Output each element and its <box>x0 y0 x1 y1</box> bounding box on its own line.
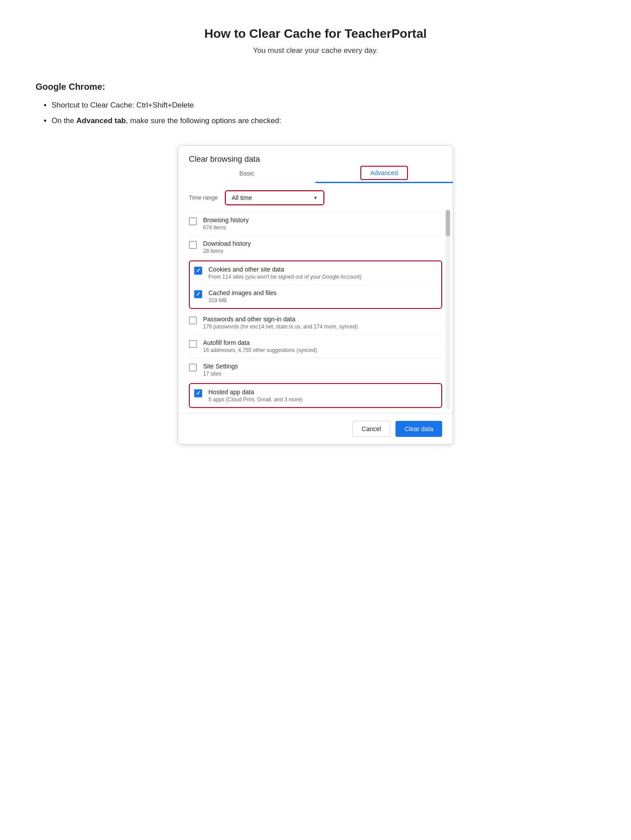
dialog-wrapper: Clear browsing data Basic Advanced Time … <box>36 145 595 444</box>
time-range-label: Time range <box>189 194 218 201</box>
time-range-value: All time <box>232 194 252 201</box>
item-sublabel-hosted-app: 5 apps (Cloud Print, Gmail, and 3 more) <box>208 396 303 403</box>
checkbox-download-history[interactable] <box>189 241 197 249</box>
item-label-download-history: Download history <box>203 240 251 247</box>
bullet-text-1: Shortcut to Clear Cache: Ctrl+Shift+Dele… <box>52 101 194 109</box>
item-text-download-history: Download history 28 items <box>203 240 251 254</box>
item-text-site-settings: Site Settings 17 sites <box>203 363 238 377</box>
item-text-cookies: Cookies and other site data From 114 sit… <box>208 266 361 280</box>
highlighted-group-cookies-cache: Cookies and other site data From 114 sit… <box>189 260 442 309</box>
item-label-cached: Cached images and files <box>208 289 276 296</box>
tab-advanced[interactable]: Advanced <box>360 166 407 180</box>
chevron-down-icon: ▼ <box>313 195 318 200</box>
tab-advanced-wrapper: Advanced <box>316 164 453 182</box>
checkbox-item-browsing-history: Browsing history 674 items <box>189 212 442 235</box>
time-range-select-wrapper: All time ▼ <box>225 190 324 205</box>
item-label-cookies: Cookies and other site data <box>208 266 361 273</box>
item-text-passwords: Passwords and other sign-in data 176 pas… <box>203 316 358 330</box>
bullet-item-2: On the Advanced tab, make sure the follo… <box>52 115 595 128</box>
cancel-button[interactable]: Cancel <box>352 421 391 437</box>
item-sublabel-cached: 319 MB <box>208 297 276 304</box>
bullet-text-before: On the <box>52 116 76 125</box>
checkbox-autofill[interactable] <box>189 340 197 348</box>
bullet-text-bold: Advanced tab <box>76 116 126 125</box>
item-sublabel-passwords: 176 passwords (for esc14.net, state.tx.u… <box>203 324 358 330</box>
page-title: How to Clear Cache for TeacherPortal <box>36 27 595 41</box>
checkbox-site-settings[interactable] <box>189 364 197 372</box>
item-sublabel-cookies: From 114 sites (you won't be signed out … <box>208 274 361 280</box>
checkbox-item-site-settings: Site Settings 17 sites <box>189 358 442 381</box>
checkbox-hosted-app[interactable] <box>194 389 202 397</box>
item-sublabel-autofill: 16 addresses, 4,755 other suggestions (s… <box>203 347 317 353</box>
item-text-hosted-app: Hosted app data 5 apps (Cloud Print, Gma… <box>208 388 303 403</box>
checkbox-item-autofill: Autofill form data 16 addresses, 4,755 o… <box>189 334 442 358</box>
checkbox-item-passwords: Passwords and other sign-in data 176 pas… <box>189 311 442 334</box>
item-label-autofill: Autofill form data <box>203 339 317 346</box>
dialog-footer: Cancel Clear data <box>178 413 453 444</box>
checkbox-passwords[interactable] <box>189 316 197 324</box>
checkbox-item-cookies: Cookies and other site data From 114 sit… <box>194 261 437 284</box>
instruction-list: Shortcut to Clear Cache: Ctrl+Shift+Dele… <box>36 99 595 128</box>
item-label-browsing-history: Browsing history <box>203 216 249 224</box>
time-range-row: Time range All time ▼ <box>189 183 442 212</box>
checkbox-item-download-history: Download history 28 items <box>189 235 442 259</box>
clear-browsing-dialog: Clear browsing data Basic Advanced Time … <box>178 145 453 444</box>
scrollbar-track[interactable] <box>446 210 450 410</box>
item-sublabel-download-history: 28 items <box>203 248 251 254</box>
scrollbar-thumb[interactable] <box>446 210 450 236</box>
clear-data-button[interactable]: Clear data <box>395 421 442 437</box>
item-sublabel-site-settings: 17 sites <box>203 371 238 377</box>
item-label-hosted-app: Hosted app data <box>208 388 303 396</box>
section-title: Google Chrome: <box>36 82 595 92</box>
checkbox-cookies[interactable] <box>194 267 202 275</box>
page-subtitle: You must clear your cache every day. <box>36 46 595 55</box>
item-label-passwords: Passwords and other sign-in data <box>203 316 358 323</box>
item-sublabel-browsing-history: 674 items <box>203 224 249 231</box>
item-text-cached: Cached images and files 319 MB <box>208 289 276 304</box>
dialog-body: Time range All time ▼ Browsing history <box>178 183 453 410</box>
dialog-header: Clear browsing data <box>178 146 453 164</box>
checkbox-item-hosted-app: Hosted app data 5 apps (Cloud Print, Gma… <box>194 384 437 407</box>
item-text-autofill: Autofill form data 16 addresses, 4,755 o… <box>203 339 317 353</box>
checkbox-item-cached: Cached images and files 319 MB <box>194 284 437 308</box>
bullet-text-after: , make sure the following options are ch… <box>126 116 281 125</box>
time-range-select[interactable]: All time ▼ <box>226 191 323 204</box>
highlighted-single-hosted-app: Hosted app data 5 apps (Cloud Print, Gma… <box>189 383 442 408</box>
bullet-item-1: Shortcut to Clear Cache: Ctrl+Shift+Dele… <box>52 99 595 112</box>
checkbox-cached[interactable] <box>194 290 202 298</box>
item-label-site-settings: Site Settings <box>203 363 238 370</box>
dialog-tabs: Basic Advanced <box>178 164 453 182</box>
checkbox-browsing-history[interactable] <box>189 217 197 225</box>
tab-basic[interactable]: Basic <box>178 164 316 181</box>
item-text-browsing-history: Browsing history 674 items <box>203 216 249 231</box>
